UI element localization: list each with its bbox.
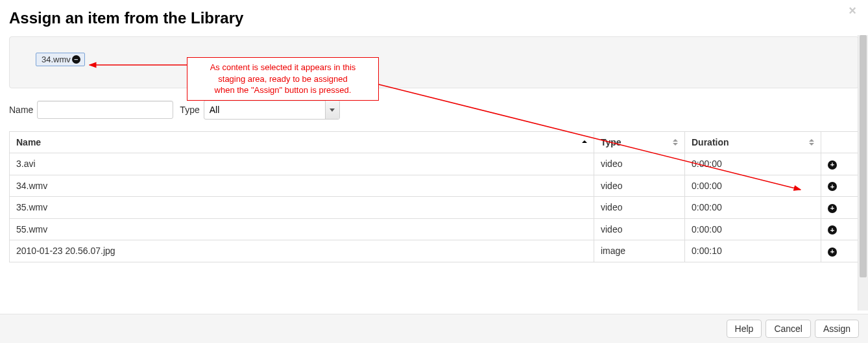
table-row: 34.wmv video 0:00:00 + <box>10 175 859 197</box>
table-row: 35.wmv video 0:00:00 + <box>10 197 859 219</box>
add-icon[interactable]: + <box>828 204 837 213</box>
cell-type: image <box>594 240 685 262</box>
table-row: 55.wmv video 0:00:00 + <box>10 218 859 240</box>
sort-asc-icon <box>673 139 678 142</box>
add-icon[interactable]: + <box>828 160 837 170</box>
col-header-name-label: Name <box>16 137 41 147</box>
sort-asc-icon <box>809 139 814 142</box>
add-icon[interactable]: + <box>828 225 837 235</box>
sort-desc-icon <box>673 143 678 146</box>
cell-duration: 0:00:00 <box>685 175 821 197</box>
staging-area: 34.wmv – <box>9 36 859 88</box>
cell-type: video <box>594 218 685 240</box>
staged-item-label: 34.wmv <box>42 55 71 64</box>
assign-library-modal: × Assign an item from the Library 34.wmv… <box>0 0 868 262</box>
library-table-body: 3.avi video 0:00:00 + 34.wmv video 0:00:… <box>10 153 859 262</box>
add-icon[interactable]: + <box>828 248 837 257</box>
cell-type: video <box>594 197 685 219</box>
type-filter-select[interactable] <box>204 100 340 120</box>
col-header-type[interactable]: Type <box>594 132 685 153</box>
cell-name: 55.wmv <box>10 218 594 240</box>
table-row: 3.avi video 0:00:00 + <box>10 153 859 175</box>
modal-title: Assign an item from the Library <box>9 9 859 27</box>
close-icon[interactable]: × <box>849 4 856 17</box>
col-header-action <box>821 132 859 153</box>
filter-name-label: Name <box>9 105 33 115</box>
help-button[interactable]: Help <box>727 320 762 338</box>
assign-button[interactable]: Assign <box>815 320 859 338</box>
library-table: Name Type Duration 3.avi video 0:00:00 <box>9 131 859 262</box>
cell-name: 2010-01-23 20.56.07.jpg <box>10 240 594 262</box>
add-icon[interactable]: + <box>828 182 837 191</box>
cell-duration: 0:00:00 <box>685 153 821 175</box>
scrollbar-thumb[interactable] <box>860 35 867 277</box>
cell-type: video <box>594 175 685 197</box>
col-header-duration-label: Duration <box>692 137 729 147</box>
col-header-type-label: Type <box>601 137 621 147</box>
col-header-duration[interactable]: Duration <box>685 132 821 153</box>
cell-name: 3.avi <box>10 153 594 175</box>
col-header-name[interactable]: Name <box>10 132 594 153</box>
scrollbar[interactable] <box>858 35 868 311</box>
cell-type: video <box>594 153 685 175</box>
cell-name: 35.wmv <box>10 197 594 219</box>
name-filter-input[interactable] <box>37 101 173 119</box>
cancel-button[interactable]: Cancel <box>766 320 811 338</box>
cell-duration: 0:00:00 <box>685 218 821 240</box>
table-row: 2010-01-23 20.56.07.jpg image 0:00:10 + <box>10 240 859 262</box>
cell-duration: 0:00:10 <box>685 240 821 262</box>
cell-name: 34.wmv <box>10 175 594 197</box>
modal-footer: Help Cancel Assign <box>0 314 868 343</box>
sort-desc-icon <box>809 143 814 146</box>
filter-row: Name Type <box>9 100 859 120</box>
filter-type-label: Type <box>180 105 199 115</box>
remove-icon[interactable]: – <box>72 55 80 64</box>
sort-asc-icon <box>582 140 587 143</box>
cell-duration: 0:00:00 <box>685 197 821 219</box>
staged-item-chip[interactable]: 34.wmv – <box>36 53 85 66</box>
